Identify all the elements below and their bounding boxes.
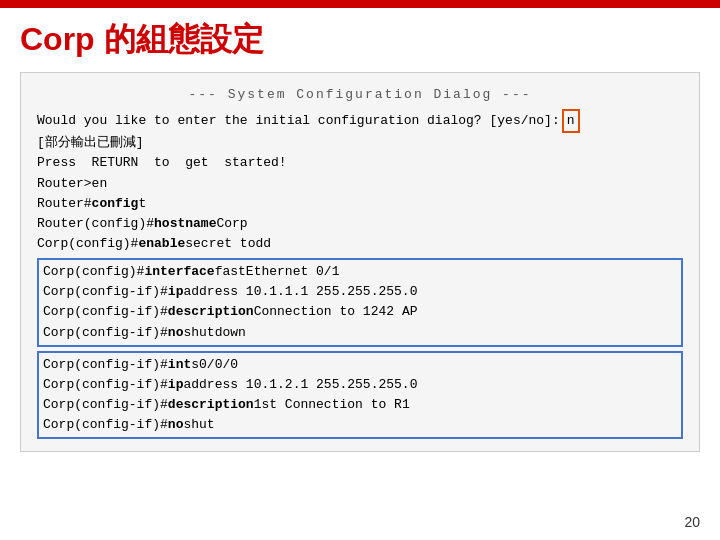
router-config-prefix: Router(config)# [37,214,154,234]
s1-l4-prefix: Corp(config-if)# [43,323,168,343]
hostname-line: Router(config)#hostname Corp [37,214,683,234]
section1-line3: Corp(config-if)#description Connection t… [43,302,677,322]
s2-l4-bold: no [168,415,184,435]
answer-box: n [562,109,580,133]
would-line: Would you like to enter the initial conf… [37,109,683,133]
router-en-line: Router>en [37,174,683,194]
top-bar [0,0,720,8]
corp-config-prefix: Corp(config)# [37,234,138,254]
hostname-bold: hostname [154,214,216,234]
s1-l2-prefix: Corp(config-if)# [43,282,168,302]
section1-line1: Corp(config)#interface fastEthernet 0/1 [43,262,677,282]
would-text: Would you like to enter the initial conf… [37,111,560,131]
s1-l4-val: shutdown [183,323,245,343]
s2-l3-prefix: Corp(config-if)# [43,395,168,415]
enable-val: secret todd [185,234,271,254]
s1-l2-val: address 10.1.1.1 255.255.255.0 [183,282,417,302]
s1-l4-bold: no [168,323,184,343]
s2-l1-val: s0/0/0 [191,355,238,375]
s1-l3-bold: description [168,302,254,322]
press-return-line: Press RETURN to get started! [37,153,683,173]
page-title: Corp 的組態設定 [20,18,700,62]
s2-l4-val: shut [183,415,214,435]
s2-l2-bold: ip [168,375,184,395]
section2-line1: Corp(config-if)#int s0/0/0 [43,355,677,375]
section2-line3: Corp(config-if)#description 1st Connecti… [43,395,677,415]
dialog-header: --- System Configuration Dialog --- [37,85,683,105]
router-hash: Router# [37,194,92,214]
s2-l4-prefix: Corp(config-if)# [43,415,168,435]
section2-line2: Corp(config-if)#ip address 10.1.2.1 255.… [43,375,677,395]
enable-bold: enable [138,234,185,254]
section2-line4: Corp(config-if)#no shut [43,415,677,435]
section1-box: Corp(config)#interface fastEthernet 0/1 … [37,258,683,347]
s1-l2-bold: ip [168,282,184,302]
s2-l1-bold: int [168,355,191,375]
s2-l2-prefix: Corp(config-if)# [43,375,168,395]
title-area: Corp 的組態設定 [0,8,720,72]
s2-l3-val: 1st Connection to R1 [254,395,410,415]
section2-box: Corp(config-if)#int s0/0/0 Corp(config-i… [37,351,683,440]
s1-l1-prefix: Corp(config)# [43,262,144,282]
section1-line2: Corp(config-if)#ip address 10.1.1.1 255.… [43,282,677,302]
s2-l2-val: address 10.1.2.1 255.255.255.0 [183,375,417,395]
terminal-content: --- System Configuration Dialog --- Woul… [20,72,700,452]
router-config-line: Router#config t [37,194,683,214]
enable-line: Corp(config)#enable secret todd [37,234,683,254]
config-bold: config [92,194,139,214]
s2-l1-prefix: Corp(config-if)# [43,355,168,375]
hostname-val: Corp [216,214,247,234]
section1-line4: Corp(config-if)#no shutdown [43,323,677,343]
partial-output: [部分輸出已刪減] [37,133,683,153]
page-number: 20 [684,514,700,530]
s2-l3-bold: description [168,395,254,415]
s1-l3-prefix: Corp(config-if)# [43,302,168,322]
config-t: t [138,194,146,214]
s1-l3-val: Connection to 1242 AP [254,302,418,322]
s1-l1-bold: interface [144,262,214,282]
s1-l1-val: fastEthernet 0/1 [215,262,340,282]
